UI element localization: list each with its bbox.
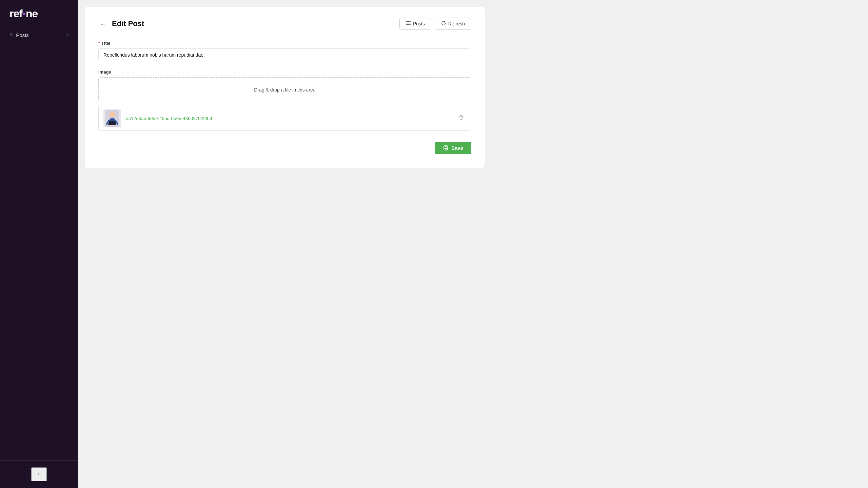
title-input[interactable] [98, 48, 471, 61]
image-label-text: Image [98, 69, 111, 75]
title-form-group: * Title [98, 41, 471, 61]
file-thumbnail [103, 109, 121, 127]
card-title-area: ← Edit Post [98, 19, 144, 29]
logo: refne [0, 0, 78, 28]
sidebar-footer: < [0, 460, 78, 488]
title-label: * Title [98, 41, 471, 46]
main-content: ← Edit Post Posts [78, 0, 868, 488]
drop-zone-text: Drag & drop a file in this area [254, 87, 315, 93]
header-actions: Posts Refresh [399, 18, 471, 30]
title-label-text: Title [101, 41, 111, 46]
posts-button[interactable]: Posts [399, 18, 431, 30]
svg-rect-1 [406, 23, 411, 24]
drop-zone[interactable]: Drag & drop a file in this area [98, 77, 471, 102]
required-indicator: * [98, 41, 100, 46]
image-label: Image [98, 69, 471, 75]
trash-icon [458, 115, 464, 121]
refresh-button[interactable]: Refresh [435, 18, 471, 30]
save-button[interactable]: Save [435, 142, 471, 154]
image-form-group: Image Drag & drop a file in this area [98, 69, 471, 131]
back-button[interactable]: ← [98, 19, 108, 29]
posts-nav-icon: ≡ [9, 32, 13, 38]
svg-rect-2 [406, 24, 411, 25]
collapse-sidebar-button[interactable]: < [31, 467, 47, 481]
delete-file-button[interactable] [456, 113, 466, 124]
refresh-icon [441, 21, 446, 27]
file-item: ea12e3ab-6d59-40bd-bb05-436027022f69 [98, 106, 471, 131]
logo-text: refne [9, 8, 38, 19]
sidebar-item-posts[interactable]: ≡ Posts › [4, 28, 74, 41]
file-name: ea12e3ab-6d59-40bd-bb05-436027022f69 [126, 116, 212, 121]
page-title: Edit Post [112, 19, 144, 28]
svg-rect-0 [406, 21, 411, 22]
card-header: ← Edit Post Posts [98, 18, 471, 30]
sidebar-nav: ≡ Posts › [0, 28, 78, 460]
back-arrow-icon: ← [100, 20, 106, 28]
refresh-button-label: Refresh [448, 21, 465, 26]
svg-rect-8 [445, 146, 446, 147]
chevron-right-icon: › [67, 32, 68, 38]
list-icon [406, 21, 411, 27]
posts-button-label: Posts [413, 21, 425, 26]
svg-point-4 [110, 111, 115, 118]
form-footer: Save [98, 142, 471, 154]
save-button-label: Save [451, 145, 463, 151]
edit-post-card: ← Edit Post Posts [85, 7, 485, 168]
sidebar-item-posts-label: Posts [16, 32, 29, 38]
svg-rect-9 [445, 148, 447, 149]
sidebar: refne ≡ Posts › < [0, 0, 78, 488]
save-icon [443, 145, 449, 151]
